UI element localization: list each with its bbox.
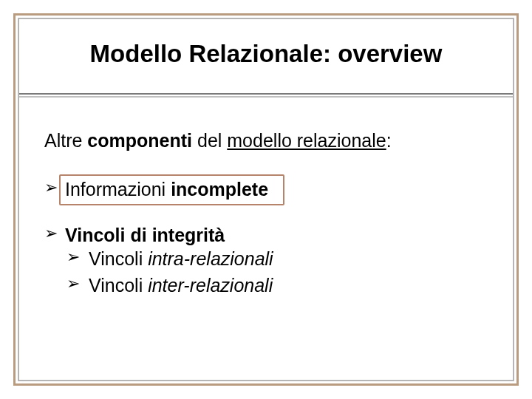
intro-suffix: : bbox=[386, 130, 392, 151]
item1-pre: Informazioni bbox=[65, 179, 171, 200]
sub2-text: Vincoli inter-relazionali bbox=[89, 273, 273, 297]
bullet-arrow-icon: ➢ bbox=[44, 177, 65, 199]
sub1-text: Vincoli intra-relazionali bbox=[89, 247, 273, 270]
title-underline-light bbox=[19, 96, 513, 98]
intro-bold: componenti bbox=[87, 130, 192, 151]
highlighted-item: Informazioni incomplete bbox=[65, 177, 268, 201]
sub2-pre: Vincoli bbox=[89, 275, 148, 296]
item2-bold: integrità bbox=[152, 225, 225, 245]
list-item: ➢ Vincoli inter-relazionali bbox=[44, 273, 488, 297]
slide-content: Altre componenti del modello relazionale… bbox=[44, 129, 488, 297]
slide-title: Modello Relazionale: overview bbox=[19, 40, 513, 68]
inner-frame: Modello Relazionale: overview Altre comp… bbox=[18, 18, 514, 381]
bullet-arrow-icon: ➢ bbox=[44, 223, 65, 245]
outer-frame: Modello Relazionale: overview Altre comp… bbox=[13, 13, 519, 386]
slide: Modello Relazionale: overview Altre comp… bbox=[0, 0, 532, 399]
list-item: ➢ Informazioni incomplete bbox=[44, 177, 488, 201]
list-item: ➢ Vincoli di integrità bbox=[44, 223, 488, 247]
bullet-arrow-icon: ➢ bbox=[66, 273, 89, 295]
spacer bbox=[44, 201, 488, 223]
intro-line: Altre componenti del modello relazionale… bbox=[44, 129, 488, 152]
item1-bold: incomplete bbox=[171, 179, 268, 200]
list-item: ➢ Vincoli intra-relazionali bbox=[44, 247, 488, 270]
intro-mid: del bbox=[192, 130, 227, 151]
bullet-arrow-icon: ➢ bbox=[66, 247, 89, 268]
intro-prefix: Altre bbox=[44, 130, 87, 151]
intro-underlined: modello relazionale bbox=[227, 130, 386, 151]
sub1-pre: Vincoli bbox=[89, 248, 148, 269]
item2-text: Vincoli di integrità bbox=[65, 223, 225, 247]
title-underline-dark bbox=[19, 93, 513, 95]
bullet-list: ➢ Informazioni incomplete ➢ Vincoli di i… bbox=[44, 177, 488, 297]
sub1-italic: intra-relazionali bbox=[148, 248, 273, 269]
item2-pre: Vincoli di bbox=[65, 225, 152, 245]
sub2-italic: inter-relazionali bbox=[148, 275, 273, 296]
sub-list: ➢ Vincoli intra-relazionali ➢ Vincoli in… bbox=[44, 247, 488, 297]
